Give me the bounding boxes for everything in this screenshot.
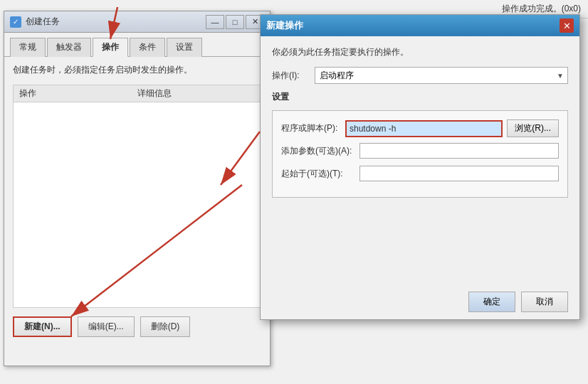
ok-button[interactable]: 确定 — [468, 292, 515, 312]
browse-button[interactable]: 浏览(R)... — [507, 119, 559, 137]
action-row: 操作(I): 启动程序 ▼ — [272, 67, 568, 84]
tab-settings[interactable]: 设置 — [167, 38, 202, 57]
col-action: 操作 — [19, 87, 137, 100]
script-label: 程序或脚本(P): — [281, 122, 345, 134]
add-args-input[interactable] — [359, 143, 559, 159]
start-in-row: 起始于(可选)(T): — [281, 166, 559, 181]
add-args-row: 添加参数(可选)(A): — [281, 143, 559, 159]
settings-section-title: 设置 — [272, 91, 568, 103]
maximize-button[interactable]: □ — [226, 15, 244, 29]
tabs-bar: 常规 触发器 操作 条件 设置 — [4, 33, 270, 57]
dialog-title: 新建操作 — [266, 19, 560, 32]
main-desc: 创建任务时，必须指定任务启动时发生的操作。 — [13, 64, 261, 76]
action-select-wrapper: 启动程序 ▼ — [315, 67, 568, 84]
action-label: 操作(I): — [272, 70, 315, 82]
main-window-title: 创建任务 — [26, 16, 206, 28]
dialog-content: 你必须为此任务指定要执行的操作。 操作(I): 启动程序 ▼ 设置 程序或脚本(… — [261, 36, 579, 215]
dialog-title-bar: 新建操作 ✕ — [261, 15, 579, 36]
new-action-dialog: 新建操作 ✕ 你必须为此任务指定要执行的操作。 操作(I): 启动程序 ▼ 设置… — [260, 14, 580, 320]
add-args-label: 添加参数(可选)(A): — [281, 145, 359, 157]
settings-section: 程序或脚本(P): 浏览(R)... 添加参数(可选)(A): 起始于(可选)(… — [272, 110, 568, 198]
dialog-desc: 你必须为此任务指定要执行的操作。 — [272, 46, 568, 58]
table-body — [13, 102, 261, 308]
start-in-label: 起始于(可选)(T): — [281, 168, 359, 180]
script-row: 程序或脚本(P): 浏览(R)... — [281, 119, 559, 137]
edit-button[interactable]: 编辑(E)... — [78, 316, 135, 337]
table-header: 操作 详细信息 — [13, 85, 261, 102]
dialog-close-button[interactable]: ✕ — [560, 18, 574, 33]
main-content: 创建任务时，必须指定任务启动时发生的操作。 操作 详细信息 新建(N)... 编… — [4, 57, 270, 347]
start-in-input[interactable] — [359, 166, 559, 181]
title-bar-buttons: — □ ✕ — [206, 15, 264, 29]
tab-action[interactable]: 操作 — [93, 38, 128, 57]
script-input[interactable] — [345, 120, 503, 137]
main-window: ✓ 创建任务 — □ ✕ 常规 触发器 操作 条件 设置 创建任务时，必须指定任… — [4, 11, 271, 366]
tab-condition[interactable]: 条件 — [130, 38, 165, 57]
dialog-footer: 确定 取消 — [468, 292, 568, 312]
action-select[interactable]: 启动程序 — [315, 67, 568, 84]
cancel-button[interactable]: 取消 — [521, 292, 568, 312]
new-button[interactable]: 新建(N)... — [13, 316, 72, 337]
tab-trigger[interactable]: 触发器 — [47, 38, 91, 57]
action-buttons: 新建(N)... 编辑(E)... 删除(D) — [13, 314, 261, 340]
delete-button[interactable]: 删除(D) — [140, 316, 191, 337]
window-icon: ✓ — [10, 16, 21, 28]
main-title-bar: ✓ 创建任务 — □ ✕ — [4, 11, 270, 33]
tab-general[interactable]: 常规 — [10, 38, 46, 57]
status-text: 操作成功完成。(0x0) — [502, 4, 581, 14]
col-detail: 详细信息 — [137, 87, 256, 100]
minimize-button[interactable]: — — [206, 15, 224, 29]
